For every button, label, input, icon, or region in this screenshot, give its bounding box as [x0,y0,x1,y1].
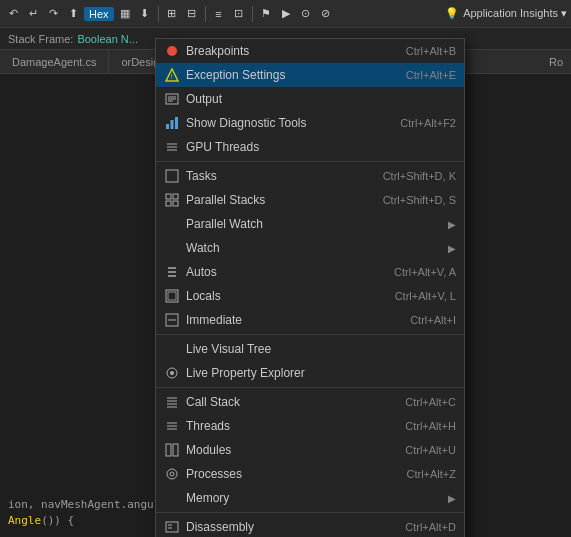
modules-label: Modules [186,443,399,457]
svg-rect-8 [171,120,174,129]
menu-item-disassembly[interactable]: Disassembly Ctrl+Alt+D [156,515,464,537]
exception-settings-shortcut: Ctrl+Alt+E [406,69,456,81]
toolbar-icon-1[interactable]: ↶ [4,5,22,23]
hex-button[interactable]: Hex [84,7,114,21]
svg-text:!: ! [171,73,173,80]
processes-icon [164,466,180,482]
call-stack-icon [164,394,180,410]
tasks-shortcut: Ctrl+Shift+D, K [383,170,456,182]
diagnostic-tools-label: Show Diagnostic Tools [186,116,394,130]
parallel-watch-label: Parallel Watch [186,217,438,231]
toolbar: ↶ ↵ ↷ ⬆ Hex ▦ ⬇ ⊞ ⊟ ≡ ⊡ ⚑ ▶ ⊙ ⊘ 💡 Applic… [0,0,571,28]
parallel-stacks-shortcut: Ctrl+Shift+D, S [383,194,456,206]
svg-rect-38 [166,522,178,532]
tab-damage-agent[interactable]: DamageAgent.cs [0,50,109,73]
tasks-icon [164,168,180,184]
menu-item-modules[interactable]: Modules Ctrl+Alt+U [156,438,464,462]
toolbar-icon-14[interactable]: ⊘ [317,5,335,23]
threads-shortcut: Ctrl+Alt+H [405,420,456,432]
menu-item-parallel-watch[interactable]: Parallel Watch ▶ [156,212,464,236]
parallel-stacks-icon [164,192,180,208]
diagnostic-tools-icon [164,115,180,131]
parallel-watch-arrow: ▶ [448,219,456,230]
menu-item-locals[interactable]: Locals Ctrl+Alt+V, L [156,284,464,308]
svg-point-26 [170,371,174,375]
call-stack-shortcut: Ctrl+Alt+C [405,396,456,408]
disassembly-label: Disassembly [186,520,399,534]
menu-item-autos[interactable]: Autos Ctrl+Alt+V, A [156,260,464,284]
svg-rect-7 [166,124,169,129]
menu-item-exception-settings[interactable]: ! Exception Settings Ctrl+Alt+E [156,63,464,87]
watch-arrow: ▶ [448,243,456,254]
breakpoints-shortcut: Ctrl+Alt+B [406,45,456,57]
menu-item-threads[interactable]: Threads Ctrl+Alt+H [156,414,464,438]
tasks-label: Tasks [186,169,377,183]
memory-label: Memory [186,491,438,505]
bottom-code-text-1: ion, navMeshAgent.angula [8,498,167,511]
toolbar-icon-10[interactable]: ⊡ [230,5,248,23]
svg-rect-13 [166,170,178,182]
menu-item-tasks[interactable]: Tasks Ctrl+Shift+D, K [156,164,464,188]
autos-label: Autos [186,265,388,279]
threads-icon [164,418,180,434]
immediate-label: Immediate [186,313,404,327]
parallel-watch-icon [164,216,180,232]
menu-item-call-stack[interactable]: Call Stack Ctrl+Alt+C [156,390,464,414]
toolbar-icon-13[interactable]: ⊙ [297,5,315,23]
menu-item-gpu-threads[interactable]: GPU Threads [156,135,464,159]
toolbar-icon-9[interactable]: ≡ [210,5,228,23]
call-stack-label: Call Stack [186,395,399,409]
toolbar-icon-3[interactable]: ↷ [44,5,62,23]
breakpoints-label: Breakpoints [186,44,400,58]
locals-icon [164,288,180,304]
autos-shortcut: Ctrl+Alt+V, A [394,266,456,278]
diagnostic-tools-shortcut: Ctrl+Alt+F2 [400,117,456,129]
toolbar-icon-6[interactable]: ⬇ [136,5,154,23]
tab-ro[interactable]: Ro [541,56,571,68]
memory-arrow: ▶ [448,493,456,504]
svg-rect-34 [166,444,171,456]
svg-rect-17 [173,201,178,206]
menu-item-live-property-explorer[interactable]: Live Property Explorer [156,361,464,385]
gpu-threads-icon [164,139,180,155]
live-property-explorer-icon [164,365,180,381]
svg-rect-16 [166,201,171,206]
svg-rect-15 [173,194,178,199]
locals-shortcut: Ctrl+Alt+V, L [395,290,456,302]
gpu-threads-label: GPU Threads [186,140,450,154]
exception-settings-icon: ! [164,67,180,83]
stack-frame-value: Boolean N... [77,33,138,45]
menu-item-processes[interactable]: Processes Ctrl+Alt+Z [156,462,464,486]
breakpoints-icon [164,43,180,59]
menu-item-memory[interactable]: Memory ▶ [156,486,464,510]
menu-item-live-visual-tree[interactable]: Live Visual Tree [156,337,464,361]
immediate-icon [164,312,180,328]
svg-rect-22 [168,292,176,300]
separator-3 [156,387,464,388]
svg-rect-14 [166,194,171,199]
menu-item-breakpoints[interactable]: Breakpoints Ctrl+Alt+B [156,39,464,63]
svg-rect-35 [173,444,178,456]
app-insights-label: Application Insights ▾ [463,7,567,20]
menu-item-parallel-stacks[interactable]: Parallel Stacks Ctrl+Shift+D, S [156,188,464,212]
toolbar-icon-7[interactable]: ⊞ [163,5,181,23]
separator-1 [156,161,464,162]
toolbar-icon-11[interactable]: ⚑ [257,5,275,23]
toolbar-icon-4[interactable]: ⬆ [64,5,82,23]
autos-icon [164,264,180,280]
live-visual-tree-label: Live Visual Tree [186,342,450,356]
toolbar-separator-2 [205,6,206,22]
modules-shortcut: Ctrl+Alt+U [405,444,456,456]
menu-item-show-diagnostic-tools[interactable]: Show Diagnostic Tools Ctrl+Alt+F2 [156,111,464,135]
menu-item-output[interactable]: Output [156,87,464,111]
toolbar-icon-8[interactable]: ⊟ [183,5,201,23]
toolbar-icon-2[interactable]: ↵ [24,5,42,23]
separator-2 [156,334,464,335]
toolbar-icon-12[interactable]: ▶ [277,5,295,23]
app-insights-button[interactable]: 💡 Application Insights ▾ [445,7,567,20]
menu-item-immediate[interactable]: Immediate Ctrl+Alt+I [156,308,464,332]
svg-point-36 [167,469,177,479]
toolbar-icon-5[interactable]: ▦ [116,5,134,23]
debug-dropdown-menu: Breakpoints Ctrl+Alt+B ! Exception Setti… [155,38,465,537]
menu-item-watch[interactable]: Watch ▶ [156,236,464,260]
